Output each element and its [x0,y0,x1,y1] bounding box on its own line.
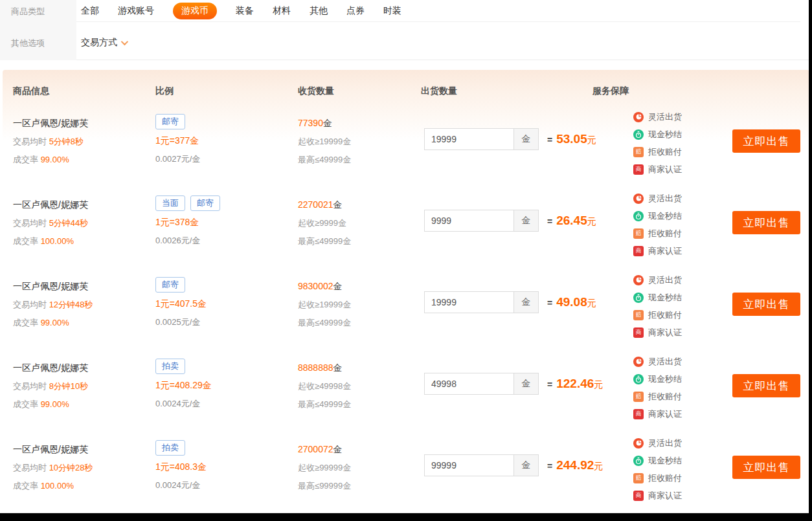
service-list: 灵活出货现金秒结赔拒收赔付商商家认证 [633,274,682,344]
service-label: 现金秒结 [648,292,682,304]
service-label: 商家认证 [648,327,682,338]
service-item: 商商家认证 [633,245,682,256]
ship-qty-input[interactable] [425,129,513,150]
sell-now-button[interactable]: 立即出售 [732,293,800,316]
tab-0[interactable]: 全部 [81,5,99,17]
service-list: 灵活出货现金秒结赔拒收赔付商商家认证 [633,111,682,181]
completion-rate: 成交率 99.00% [13,399,88,408]
right-edge-bar [809,0,812,521]
rate-value: 100.00% [41,236,74,246]
computed-price: =244.92元 [547,458,603,472]
trade-method-label: 交易方式 [81,37,117,49]
completion-rate: 成交率 99.00% [13,317,93,327]
unit-price: 0.0024元/金 [155,480,207,491]
service-label: 拒收赔付 [648,228,682,239]
stock-quantity: 2270021金 [298,199,351,210]
tab-1[interactable]: 游戏账号 [118,5,154,17]
trade-method-dropdown[interactable]: 交易方式 [81,37,126,49]
rate-value: 100.00% [41,481,74,491]
refuse-compensation-icon: 赔 [633,228,644,239]
tab-5[interactable]: 其他 [310,5,328,17]
tab-2[interactable]: 游戏币 [173,3,217,19]
rate-label: 成交率 [13,318,38,327]
sell-now-button[interactable]: 立即出售 [732,129,800,153]
service-item: 商商家认证 [633,490,682,501]
sell-now-button[interactable]: 立即出售 [732,456,800,479]
avg-time-label: 交易均时 [13,137,47,146]
qty-unit-suffix: 金 [513,373,538,394]
sell-now-button[interactable]: 立即出售 [732,211,800,234]
min-limit: 起收≥19999金 [298,299,351,309]
completion-rate: 成交率 100.00% [13,236,88,245]
product-info-cell: 一区卢佩恩/妮娜芙 交易均时 10分钟28秒 成交率 100.00% [13,444,93,498]
tab-4[interactable]: 材料 [273,5,291,17]
rate-label: 成交率 [13,399,38,409]
receive-qty-cell: 2700072金 起收≥99999金 最高≤99999金 [298,444,351,498]
service-item: 现金秒结 [633,373,682,384]
min-limit: 起收≥49998金 [298,381,351,390]
avg-trade-time: 交易均时 12分钟48秒 [13,299,93,309]
badge-list: 拍卖 [155,440,207,456]
ratio-cell: 拍卖 1元=408.3金 0.0024元/金 [155,440,207,491]
product-info-cell: 一区卢佩恩/妮娜芙 交易均时 5分钟44秒 成交率 100.00% [13,199,88,254]
flexible-delivery-icon [633,112,644,122]
tab-3[interactable]: 装备 [236,5,254,17]
receive-qty-cell: 8888888金 起收≥49998金 最高≤49999金 [298,362,351,417]
ship-qty-input[interactable] [425,455,513,476]
trade-method-badge: 邮寄 [155,114,185,129]
computed-price: =26.45元 [547,214,596,228]
server-character-name: 一区卢佩恩/妮娜芙 [13,118,88,128]
product-type-label: 商品类型 [11,6,45,17]
stock-quantity: 2700072金 [298,444,351,454]
header-product-info: 商品信息 [13,85,49,97]
service-label: 商家认证 [648,245,682,257]
ship-qty-input[interactable] [425,373,513,394]
service-label: 灵活出货 [648,274,682,286]
server-character-name: 一区卢佩恩/妮娜芙 [13,281,93,291]
refuse-compensation-icon: 赔 [633,147,644,157]
stock-number: 2270021 [298,199,333,210]
stock-quantity: 8888888金 [298,362,351,373]
header-service-guarantee: 服务保障 [592,85,629,97]
header-receive-qty: 收货数量 [298,85,334,97]
stock-number: 8888888 [298,362,333,373]
completion-rate: 成交率 100.00% [13,480,93,490]
avg-time-label: 交易均时 [13,218,47,228]
tab-6[interactable]: 点券 [346,5,365,17]
ship-qty-group: 金 [424,128,539,150]
ship-qty-group: 金 [424,454,539,476]
server-character-name: 一区卢佩恩/妮娜芙 [13,362,88,373]
equals-sign: = [547,135,552,145]
receive-qty-cell: 9830002金 起收≥19999金 最高≤49999金 [298,281,351,335]
tab-7[interactable]: 时装 [383,5,401,17]
ship-qty-input[interactable] [425,292,513,313]
rate-value: 99.00% [41,318,69,327]
ship-qty-input[interactable] [425,210,513,231]
product-info-cell: 一区卢佩恩/妮娜芙 交易均时 8分钟10秒 成交率 99.00% [13,362,88,417]
computed-price: =53.05元 [547,132,596,146]
product-info-cell: 一区卢佩恩/妮娜芙 交易均时 5分钟8秒 成交率 99.00% [13,118,88,172]
product-info-cell: 一区卢佩恩/妮娜芙 交易均时 12分钟48秒 成交率 99.00% [13,281,93,335]
price-number: 49.08 [556,295,587,309]
equals-sign: = [547,298,552,308]
stock-unit: 金 [323,118,332,128]
sell-now-button[interactable]: 立即出售 [732,374,800,397]
merchant-certified-icon: 商 [633,246,644,256]
table-row: 一区卢佩恩/妮娜芙 交易均时 5分钟8秒 成交率 99.00% 邮寄 1元=37… [3,110,809,192]
table-row: 一区卢佩恩/妮娜芙 交易均时 8分钟10秒 成交率 99.00% 拍卖 1元=4… [3,355,809,436]
qty-unit-suffix: 金 [513,292,538,313]
equals-sign: = [547,379,552,390]
exchange-ratio: 1元=408.29金 [155,380,212,390]
avg-time-value: 5分钟44秒 [49,218,89,228]
avg-time-value: 10分钟28秒 [49,463,93,472]
service-item: 赔拒收赔付 [633,309,682,320]
rate-value: 99.00% [41,399,69,409]
ship-qty-group: 金 [424,210,539,232]
price-number: 244.92 [556,458,594,472]
stock-unit: 金 [333,199,343,210]
rate-value: 99.00% [41,155,69,164]
service-item: 现金秒结 [633,455,682,466]
min-limit: 起收≥99999金 [298,462,351,472]
price-number: 26.45 [556,214,587,227]
table-row: 一区卢佩恩/妮娜芙 交易均时 5分钟44秒 成交率 100.00% 当面邮寄 1… [3,192,809,273]
